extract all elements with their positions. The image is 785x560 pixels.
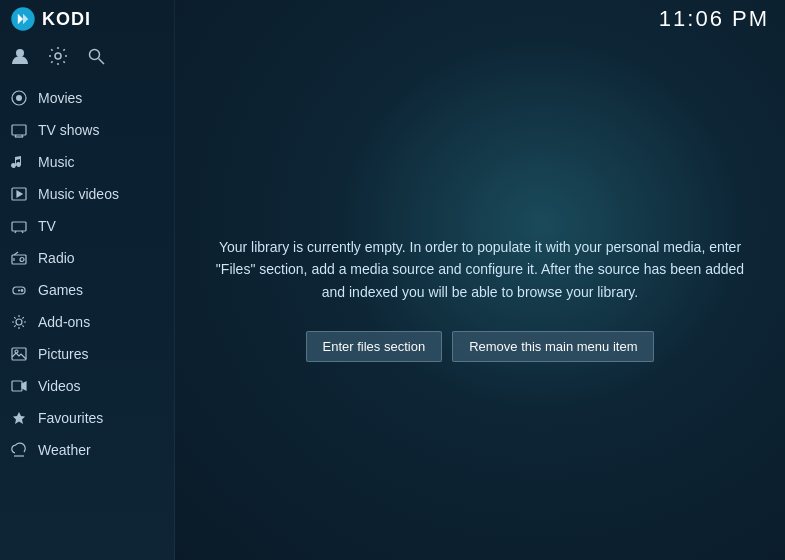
sidebar-header: KODI bbox=[0, 0, 174, 38]
sidebar-item-music[interactable]: Music bbox=[0, 146, 174, 178]
music-label: Music bbox=[38, 154, 75, 170]
main-nav: Movies TV shows Music Music videos bbox=[0, 78, 174, 560]
svg-point-26 bbox=[16, 319, 22, 325]
svg-marker-30 bbox=[22, 382, 26, 390]
games-icon bbox=[10, 281, 28, 299]
enter-files-section-button[interactable]: Enter files section bbox=[306, 331, 443, 362]
radio-label: Radio bbox=[38, 250, 75, 266]
clock-display: 11:06 PM bbox=[659, 6, 769, 32]
svg-rect-9 bbox=[12, 125, 26, 135]
sidebar-item-tv[interactable]: TV bbox=[0, 210, 174, 242]
videos-label: Videos bbox=[38, 378, 81, 394]
search-icon[interactable] bbox=[86, 46, 106, 71]
videos-icon bbox=[10, 377, 28, 395]
favourites-label: Favourites bbox=[38, 410, 103, 426]
main-content: 11:06 PM Your library is currently empty… bbox=[175, 0, 785, 560]
sidebar-toolbar bbox=[0, 38, 174, 78]
favourites-icon bbox=[10, 409, 28, 427]
radio-icon bbox=[10, 249, 28, 267]
pictures-icon bbox=[10, 345, 28, 363]
weather-icon bbox=[10, 441, 28, 459]
sidebar-item-favourites[interactable]: Favourites bbox=[0, 402, 174, 434]
user-icon[interactable] bbox=[10, 46, 30, 71]
svg-point-25 bbox=[21, 290, 23, 292]
sidebar-item-pictures[interactable]: Pictures bbox=[0, 338, 174, 370]
svg-point-5 bbox=[90, 49, 100, 59]
weather-label: Weather bbox=[38, 442, 91, 458]
svg-rect-29 bbox=[12, 381, 22, 391]
svg-rect-27 bbox=[12, 348, 26, 360]
sidebar-item-videos[interactable]: Videos bbox=[0, 370, 174, 402]
svg-marker-14 bbox=[17, 191, 22, 197]
kodi-logo-icon bbox=[10, 6, 36, 32]
svg-point-19 bbox=[20, 258, 24, 262]
svg-rect-15 bbox=[12, 222, 26, 231]
add-ons-icon bbox=[10, 313, 28, 331]
settings-icon[interactable] bbox=[48, 46, 68, 71]
svg-point-4 bbox=[55, 53, 61, 59]
content-center: Your library is currently empty. In orde… bbox=[175, 38, 785, 560]
tv-icon bbox=[10, 217, 28, 235]
music-icon bbox=[10, 153, 28, 171]
sidebar-item-add-ons[interactable]: Add-ons bbox=[0, 306, 174, 338]
sidebar: KODI Movies bbox=[0, 0, 175, 560]
svg-line-6 bbox=[99, 58, 105, 64]
movies-icon bbox=[10, 89, 28, 107]
tv-shows-label: TV shows bbox=[38, 122, 99, 138]
sidebar-item-weather[interactable]: Weather bbox=[0, 434, 174, 466]
svg-point-3 bbox=[16, 49, 24, 57]
top-bar: 11:06 PM bbox=[175, 0, 785, 38]
pictures-label: Pictures bbox=[38, 346, 89, 362]
svg-point-8 bbox=[16, 95, 22, 101]
sidebar-item-music-videos[interactable]: Music videos bbox=[0, 178, 174, 210]
svg-marker-31 bbox=[13, 412, 25, 424]
sidebar-item-tv-shows[interactable]: TV shows bbox=[0, 114, 174, 146]
kodi-title: KODI bbox=[42, 9, 91, 30]
sidebar-item-movies[interactable]: Movies bbox=[0, 82, 174, 114]
tv-shows-icon bbox=[10, 121, 28, 139]
tv-label: TV bbox=[38, 218, 56, 234]
music-videos-label: Music videos bbox=[38, 186, 119, 202]
sidebar-item-games[interactable]: Games bbox=[0, 274, 174, 306]
empty-library-message: Your library is currently empty. In orde… bbox=[215, 236, 745, 303]
music-videos-icon bbox=[10, 185, 28, 203]
add-ons-label: Add-ons bbox=[38, 314, 90, 330]
movies-label: Movies bbox=[38, 90, 82, 106]
games-label: Games bbox=[38, 282, 83, 298]
sidebar-item-radio[interactable]: Radio bbox=[0, 242, 174, 274]
remove-menu-item-button[interactable]: Remove this main menu item bbox=[452, 331, 654, 362]
svg-point-28 bbox=[15, 350, 18, 353]
action-buttons: Enter files section Remove this main men… bbox=[306, 331, 655, 362]
